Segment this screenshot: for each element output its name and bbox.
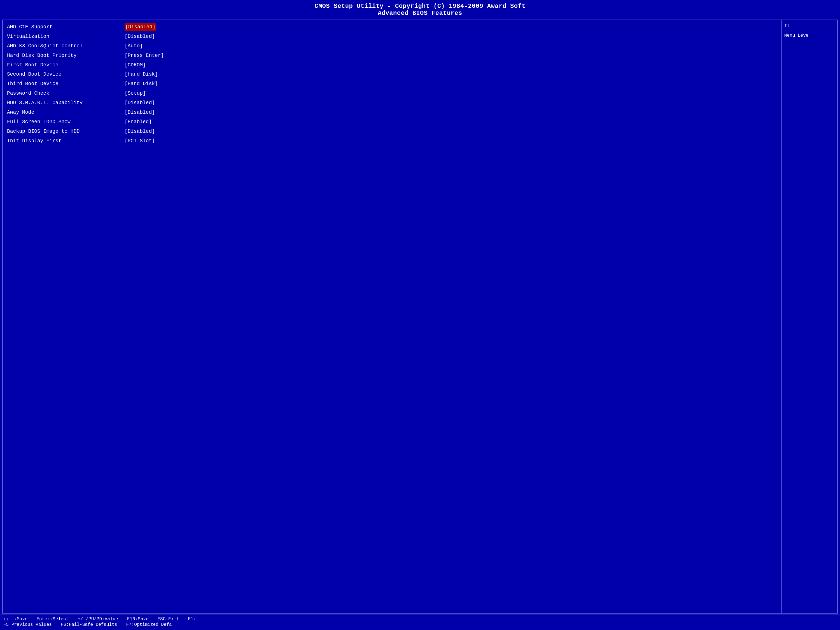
setting-name: Backup BIOS Image to HDD [7, 128, 125, 136]
setting-value[interactable]: [Disabled] [125, 99, 155, 107]
footer-item: F5:Previous Values [3, 622, 52, 627]
setting-name: Init Display First [7, 137, 125, 145]
footer-item: F1: [188, 617, 196, 622]
setting-name: AMD C1E Support [7, 23, 125, 31]
footer-item: F6:Fail-Safe Defaults [61, 622, 117, 627]
bios-row[interactable]: AMD C1E Support[Disabled] [7, 23, 777, 31]
setting-value[interactable]: [Enabled] [125, 118, 152, 126]
setting-name: Virtualization [7, 33, 125, 41]
bios-row[interactable]: Full Screen LOGO Show[Enabled] [7, 118, 777, 126]
setting-name: Third Boot Device [7, 80, 125, 88]
setting-value[interactable]: [Auto] [125, 42, 143, 50]
footer-row1: ↑↓→←:MoveEnter:Select+/-/PU/PD:ValueF10:… [3, 617, 837, 622]
setting-value[interactable]: [Disabled] [125, 128, 155, 136]
setting-value[interactable]: [Disabled] [125, 23, 156, 31]
footer-item: ESC:Exit [157, 617, 179, 622]
header-line1: CMOS Setup Utility - Copyright (C) 1984-… [0, 3, 840, 10]
setting-name: Hard Disk Boot Priority [7, 52, 125, 60]
menu-level-label: Menu Leve [784, 33, 808, 38]
bios-row[interactable]: First Boot Device[CDROM] [7, 61, 777, 69]
bios-row[interactable]: Virtualization[Disabled] [7, 33, 777, 41]
bios-row[interactable]: Init Display First[PCI Slot] [7, 137, 777, 145]
footer-item: F10:Save [127, 617, 149, 622]
bios-header: CMOS Setup Utility - Copyright (C) 1984-… [0, 0, 840, 19]
footer-item: Enter:Select [36, 617, 69, 622]
header-line2: Advanced BIOS Features [0, 10, 840, 17]
bios-row[interactable]: Backup BIOS Image to HDD[Disabled] [7, 128, 777, 136]
setting-name: Second Boot Device [7, 71, 125, 78]
footer-item: +/-/PU/PD:Value [78, 617, 118, 622]
footer-item: F7:Optimized Defa [126, 622, 172, 627]
setting-name: HDD S.M.A.R.T. Capability [7, 99, 125, 107]
setting-name: Away Mode [7, 109, 125, 117]
footer-item: ↑↓→←:Move [3, 617, 27, 622]
setting-value[interactable]: [CDROM] [125, 61, 146, 69]
setting-value[interactable]: [Hard Disk] [125, 80, 158, 88]
right-panel-title: It [784, 23, 790, 28]
bios-row[interactable]: AMD K8 Cool&Quiet control[Auto] [7, 42, 777, 50]
setting-value[interactable]: [Disabled] [125, 33, 155, 41]
setting-name: Full Screen LOGO Show [7, 118, 125, 126]
setting-value[interactable]: [Hard Disk] [125, 71, 158, 78]
setting-value[interactable]: [Setup] [125, 90, 146, 98]
setting-name: Password Check [7, 90, 125, 98]
setting-value[interactable]: [Press Enter] [125, 52, 164, 60]
bios-row[interactable]: HDD S.M.A.R.T. Capability[Disabled] [7, 99, 777, 107]
bios-row[interactable]: Third Boot Device[Hard Disk] [7, 80, 777, 88]
setting-value[interactable]: [Disabled] [125, 109, 155, 117]
setting-name: First Boot Device [7, 61, 125, 69]
main-area: AMD C1E Support[Disabled]Virtualization[… [2, 20, 838, 613]
bios-row[interactable]: Password Check[Setup] [7, 90, 777, 98]
bios-row[interactable]: Hard Disk Boot Priority[Press Enter] [7, 52, 777, 60]
bios-row[interactable]: Away Mode[Disabled] [7, 109, 777, 117]
setting-value[interactable]: [PCI Slot] [125, 137, 155, 145]
footer: ↑↓→←:MoveEnter:Select+/-/PU/PD:ValueF10:… [0, 614, 840, 630]
bios-row[interactable]: Second Boot Device[Hard Disk] [7, 71, 777, 78]
setting-name: AMD K8 Cool&Quiet control [7, 42, 125, 50]
settings-panel: AMD C1E Support[Disabled]Virtualization[… [3, 20, 782, 613]
footer-row2: F5:Previous ValuesF6:Fail-Safe DefaultsF… [3, 622, 837, 627]
right-panel: It Menu Leve [782, 20, 837, 613]
